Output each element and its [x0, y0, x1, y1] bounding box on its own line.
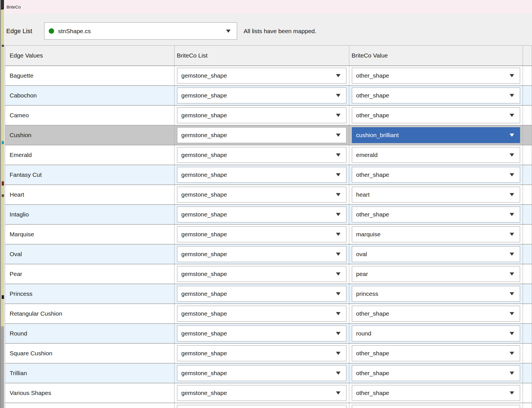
edge-value-cell[interactable]: Intaglio: [5, 205, 175, 225]
table-row[interactable]: Intaglio gemstone_shape other_shape: [5, 205, 532, 225]
row-overflow-cell: [523, 383, 532, 403]
edge-value-cell[interactable]: Pear: [5, 264, 175, 284]
briteco-list-dropdown[interactable]: gemstone_shape: [177, 246, 346, 262]
edge-value-cell[interactable]: Princess: [5, 284, 175, 304]
briteco-list-selected-value: gemstone_shape: [181, 171, 227, 178]
briteco-list-dropdown[interactable]: gemstone_shape: [177, 167, 346, 183]
briteco-value-selected-value: other_shape: [356, 310, 389, 317]
briteco-list-dropdown[interactable]: gemstone_shape: [177, 385, 346, 401]
briteco-list-dropdown[interactable]: gemstone_shape: [177, 187, 346, 203]
edge-value-label: Cabochon: [10, 92, 37, 99]
edge-value-cell[interactable]: Various Shapes: [5, 383, 175, 403]
briteco-value-dropdown[interactable]: other_shape: [352, 345, 520, 361]
briteco-value-dropdown[interactable]: marquise: [352, 226, 520, 242]
briteco-list-dropdown[interactable]: gemstone_shape: [177, 107, 346, 123]
edge-value-cell[interactable]: Marquise: [5, 225, 175, 245]
edge-value-cell[interactable]: Cabochon: [5, 86, 175, 106]
briteco-list-dropdown[interactable]: gemstone_shape: [177, 88, 346, 103]
edge-list-label: Edge List: [6, 22, 32, 40]
edge-value-cell[interactable]: Cushion: [5, 126, 175, 145]
table-row[interactable]: Emerald gemstone_shape emerald: [5, 145, 532, 165]
briteco-list-cell: gemstone_shape: [175, 185, 349, 205]
edge-value-cell[interactable]: Emerald: [5, 145, 175, 165]
column-header-briteco-list: BriteCo List: [175, 46, 349, 66]
briteco-value-dropdown[interactable]: other_shape: [352, 365, 520, 381]
briteco-value-cell: marquise: [349, 225, 523, 245]
chevron-down-icon: [510, 154, 514, 157]
edge-value-cell[interactable]: Baguette: [5, 66, 175, 86]
table-row[interactable]: Cameo gemstone_shape other_shape: [5, 106, 532, 126]
briteco-value-dropdown[interactable]: other_shape: [352, 306, 520, 322]
briteco-list-dropdown[interactable]: gemstone_shape: [177, 127, 346, 143]
briteco-value-dropdown[interactable]: other_shape: [352, 68, 520, 84]
column-header-edge-values: Edge Values: [5, 46, 175, 66]
edge-value-label: Retangular Cushion: [10, 310, 62, 317]
edge-value-cell[interactable]: Trillian: [5, 364, 175, 383]
briteco-list-dropdown[interactable]: gemstone_shape: [177, 147, 346, 163]
briteco-value-cell: round: [349, 324, 523, 344]
briteco-value-dropdown[interactable]: [352, 405, 520, 408]
table-row[interactable]: Fantasy Cut gemstone_shape other_shape: [5, 165, 532, 185]
briteco-list-dropdown[interactable]: gemstone_shape: [177, 345, 346, 361]
briteco-list-selected-value: gemstone_shape: [181, 271, 227, 277]
briteco-value-dropdown[interactable]: pear: [352, 266, 520, 282]
screen: BriteCo Edge List stnShape.cs All lists …: [0, 0, 532, 408]
chevron-down-icon: [510, 253, 514, 256]
table-row[interactable]: Retangular Cushion gemstone_shape other_…: [5, 304, 532, 324]
briteco-list-dropdown[interactable]: gemstone_shape: [177, 68, 346, 84]
briteco-list-dropdown[interactable]: [177, 405, 346, 408]
table-row[interactable]: Baguette gemstone_shape other_shape: [5, 66, 532, 86]
table-row[interactable]: Pear gemstone_shape pear: [5, 264, 532, 284]
edge-value-cell[interactable]: Fantasy Cut: [5, 165, 175, 185]
table-row[interactable]: Round gemstone_shape round: [5, 324, 532, 344]
table-row[interactable]: Cushion gemstone_shape cushion_brilliant: [5, 126, 532, 145]
briteco-value-dropdown[interactable]: other_shape: [352, 88, 520, 103]
table-row[interactable]: Various Shapes gemstone_shape other_shap…: [5, 383, 532, 403]
briteco-value-dropdown[interactable]: other_shape: [352, 385, 520, 401]
table-row[interactable]: Princess gemstone_shape princess: [5, 284, 532, 304]
briteco-list-cell: gemstone_shape: [175, 106, 349, 126]
briteco-value-dropdown[interactable]: emerald: [352, 147, 520, 163]
table-row[interactable]: Cabochon gemstone_shape other_shape: [5, 86, 532, 106]
briteco-value-dropdown[interactable]: other_shape: [352, 107, 520, 123]
briteco-list-dropdown[interactable]: gemstone_shape: [177, 207, 346, 222]
briteco-value-cell: other_shape: [349, 66, 523, 86]
table-row[interactable]: Heart gemstone_shape heart: [5, 185, 532, 205]
briteco-value-dropdown[interactable]: princess: [352, 286, 520, 302]
edge-value-cell[interactable]: Retangular Cushion: [5, 304, 175, 324]
briteco-list-dropdown[interactable]: gemstone_shape: [177, 326, 346, 341]
briteco-value-dropdown[interactable]: oval: [352, 246, 520, 262]
table-row[interactable]: Marquise gemstone_shape marquise: [5, 225, 532, 245]
briteco-value-dropdown[interactable]: heart: [352, 187, 520, 203]
mapping-table: Edge Values BriteCo List BriteCo Value B…: [5, 45, 532, 408]
edge-value-label: Intaglio: [10, 211, 29, 218]
briteco-list-selected-value: gemstone_shape: [181, 72, 227, 79]
briteco-list-dropdown[interactable]: gemstone_shape: [177, 306, 346, 322]
briteco-list-dropdown[interactable]: gemstone_shape: [177, 365, 346, 381]
briteco-window: BriteCo Edge List stnShape.cs All lists …: [4, 0, 532, 408]
chevron-down-icon: [336, 154, 341, 157]
edge-value-cell[interactable]: Oval: [5, 245, 175, 264]
row-overflow-cell: [523, 364, 532, 383]
briteco-value-cell: other_shape: [349, 205, 523, 225]
edge-value-cell[interactable]: Round: [5, 324, 175, 344]
table-row[interactable]: Trillian gemstone_shape other_shape: [5, 364, 532, 383]
edge-value-cell[interactable]: Heart: [5, 185, 175, 205]
briteco-value-dropdown[interactable]: other_shape: [352, 167, 520, 183]
briteco-value-dropdown[interactable]: other_shape: [352, 207, 520, 222]
briteco-value-dropdown[interactable]: cushion_brilliant: [352, 127, 520, 143]
briteco-list-dropdown[interactable]: gemstone_shape: [177, 266, 346, 282]
briteco-list-dropdown[interactable]: gemstone_shape: [177, 286, 346, 302]
table-row[interactable]: Oval gemstone_shape oval: [5, 245, 532, 264]
table-row[interactable]: Square Cushion gemstone_shape other_shap…: [5, 344, 532, 364]
edge-value-cell[interactable]: Square Cushion: [5, 344, 175, 364]
table-header-row: Edge Values BriteCo List BriteCo Value: [5, 46, 532, 66]
edge-value-cell[interactable]: Cameo: [5, 106, 175, 126]
briteco-list-dropdown[interactable]: gemstone_shape: [177, 226, 346, 242]
edge-list-dropdown[interactable]: stnShape.cs: [44, 22, 237, 40]
chevron-down-icon: [510, 312, 514, 315]
briteco-value-dropdown[interactable]: round: [352, 326, 520, 341]
row-overflow-cell: [523, 225, 532, 245]
briteco-value-cell: heart: [349, 185, 523, 205]
background-speck: [2, 194, 4, 197]
